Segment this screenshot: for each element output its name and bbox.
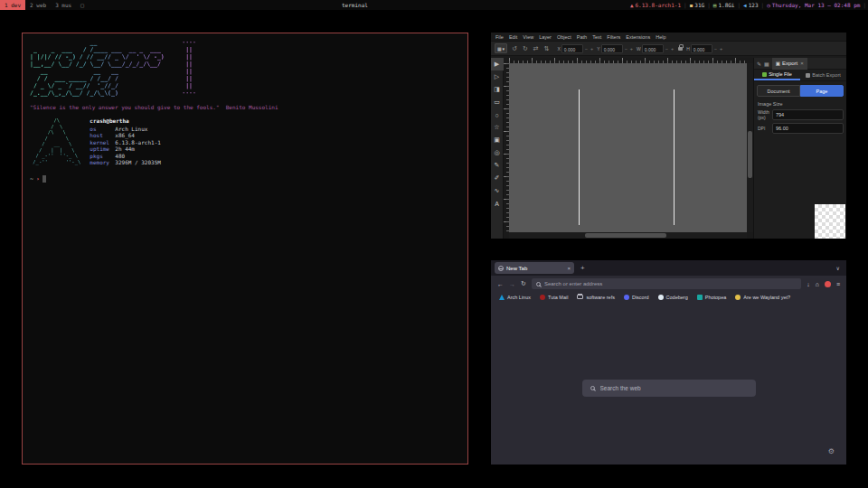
menu-help[interactable]: Help [656,34,665,40]
menu-path[interactable]: Path [577,34,587,40]
text-tool[interactable]: A [491,197,504,210]
menu-edit[interactable]: Edit [509,34,517,40]
ellipse-tool[interactable]: ○ [491,108,504,121]
spin-minus-icon[interactable]: − [665,46,669,52]
layout-icon[interactable]: □ [76,2,89,8]
width-input[interactable] [772,109,844,120]
separator: | [707,2,711,8]
edit-dialog-icon[interactable]: ✎ [757,61,761,67]
browser-window[interactable]: New Tab × + ∨ ← → ↻ ↓ ⌂ ≡ Arch LinuxTuta… [491,260,846,465]
field-input[interactable]: 0.000 [691,44,712,53]
bookmark-item[interactable]: Arch Linux [499,295,531,300]
transform-icon[interactable]: ⇅ [543,45,551,52]
menu-extensions[interactable]: Extensions [626,34,650,40]
browser-tab-strip: New Tab × + ∨ [491,260,846,276]
export-subtab[interactable]: Single File [754,70,800,80]
workspace-tag[interactable]: 1 dev [0,0,25,10]
account-avatar[interactable] [825,281,831,287]
menu-layer[interactable]: Layer [539,34,552,40]
personalize-gear-icon[interactable]: ⚙ [828,447,835,455]
menu-text[interactable]: Text [592,34,601,40]
address-input[interactable] [544,281,797,286]
dpi-input[interactable] [772,123,844,134]
spin-minus-icon[interactable]: − [713,46,718,52]
export-mode-document[interactable]: Document [757,85,800,97]
layers-dialog-icon[interactable]: ▦ [764,61,769,67]
menu-object[interactable]: Object [557,34,571,40]
close-icon[interactable]: × [800,61,804,66]
forward-button[interactable]: → [509,281,515,287]
menu-filters[interactable]: Filters [607,34,620,40]
spin-plus-icon[interactable]: + [590,46,594,52]
downloads-button[interactable]: ↓ [807,281,810,287]
star-tool[interactable]: ☆ [491,121,504,134]
fetch-label: pkgs [90,153,115,160]
spin-plus-icon[interactable]: + [629,46,634,52]
fetch-value: x86_64 [115,132,135,139]
spin-plus-icon[interactable]: + [719,46,723,52]
terminal-window[interactable]: __ ···· _ _ ___ / /____ ___ __ _ ___ || … [22,33,468,465]
menu-file[interactable]: File [495,34,504,40]
field-input[interactable]: 0.000 [561,44,583,53]
spin-minus-icon[interactable]: − [584,46,589,52]
home-button[interactable]: ⌂ [816,281,819,287]
bookmark-item[interactable]: software refs [577,295,614,300]
dpi-label: DPI [758,126,769,131]
spin-minus-icon[interactable]: − [624,46,628,52]
spin-plus-icon[interactable]: + [670,46,675,52]
tab-overflow-icon[interactable]: ∨ [836,265,840,271]
scrollbar-thumb[interactable] [748,131,752,178]
canvas-horizontal-scrollbar[interactable] [509,232,747,239]
tab-close-icon[interactable]: × [567,266,571,271]
field-input[interactable]: 0.000 [601,44,623,53]
new-tab-button[interactable]: + [580,264,585,272]
shell-prompt[interactable]: ~ › [30,175,460,183]
selection-mode-dropdown[interactable]: ▦▾ [495,43,507,53]
fetch-row: memory3296M / 32035M [90,159,161,166]
menu-view[interactable]: View [523,34,533,40]
reload-button[interactable]: ↻ [521,280,526,287]
bookmark-label: Codeberg [666,295,688,300]
workspace-tag[interactable]: 2 web [25,0,51,10]
box3d-tool[interactable]: ▣ [491,134,504,146]
address-bar[interactable] [532,278,801,289]
export-subtab[interactable]: Batch Export [800,70,846,80]
transform-icon[interactable]: ↺ [511,45,518,52]
export-mode-page[interactable]: Page [800,85,844,97]
shape-builder-tool[interactable]: ◨ [491,83,504,96]
canvas-vertical-scrollbar[interactable] [747,63,753,232]
pencil-tool[interactable]: ✎ [491,159,504,172]
calligraphy-tool[interactable]: ∿ [491,184,504,197]
menu-button[interactable]: ≡ [836,281,840,287]
browser-tab[interactable]: New Tab × [495,262,574,274]
bookmark-item[interactable]: Tuta Mail [540,295,568,300]
canvas-zone [504,58,753,239]
field-x: X0.000−+ [558,44,595,53]
node-tool[interactable]: ▷ [491,70,504,83]
bookmark-item[interactable]: Are we Wayland yet? [735,295,790,300]
web-search-box[interactable] [582,380,756,397]
scrollbar-thumb[interactable] [585,233,665,238]
transform-icon[interactable]: ⇄ [533,45,540,52]
pen-tool[interactable]: ✐ [491,172,504,184]
selector-tool[interactable]: ▶ [491,58,504,70]
export-subtabs: Single FileBatch Export [754,70,846,81]
rectangle-tool[interactable]: ▭ [491,96,504,108]
bookmark-label: Are we Wayland yet? [743,295,790,300]
export-dialog-tab[interactable]: ▣ Export × [772,58,807,70]
inkscape-window[interactable]: FileEditViewLayerObjectPathTextFiltersEx… [491,33,846,239]
bookmark-label: Photopea [705,295,727,300]
status-bar: 1 dev2 web3 mus □ terminal ▲6.13.8-arch1… [0,0,868,10]
lock-icon[interactable] [678,47,683,51]
field-input[interactable]: 0.000 [642,44,664,53]
spiral-tool[interactable]: ◎ [491,146,504,159]
bookmark-item[interactable]: Photopea [697,295,727,300]
bookmark-item[interactable]: Discord [624,295,649,300]
clock-icon: ◷ [767,2,770,8]
web-search-input[interactable] [600,385,748,391]
bookmark-item[interactable]: Codeberg [658,295,688,300]
inkscape-canvas[interactable] [509,63,747,232]
transform-icon[interactable]: ↻ [522,45,529,52]
back-button[interactable]: ← [497,281,504,287]
workspace-tag[interactable]: 3 mus [51,0,76,10]
